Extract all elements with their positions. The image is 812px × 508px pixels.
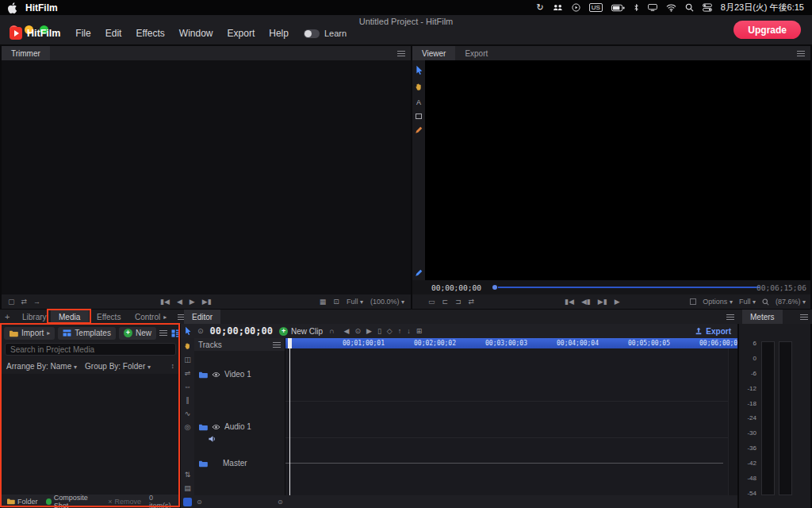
zoom-in-handle[interactable]: ⊙ bbox=[278, 498, 283, 506]
select-tool-icon[interactable] bbox=[415, 65, 423, 75]
tab-editor[interactable]: Editor bbox=[184, 310, 220, 324]
viewer-frame-back-button[interactable]: ◀▮ bbox=[581, 298, 591, 306]
trimmer-menu-icon[interactable] bbox=[397, 51, 405, 56]
templates-button[interactable]: Templates bbox=[58, 327, 116, 340]
folder-icon[interactable] bbox=[198, 371, 208, 379]
overwrite-icon[interactable]: ↓ bbox=[407, 328, 411, 335]
tab-library[interactable]: Library bbox=[14, 310, 51, 324]
mask-tool-icon[interactable] bbox=[416, 114, 422, 119]
slide-tool-icon[interactable]: ⇔ bbox=[184, 383, 191, 391]
rolling-tool-icon[interactable]: ∿ bbox=[185, 410, 191, 418]
folder-icon[interactable] bbox=[198, 460, 208, 468]
tab-meters[interactable]: Meters bbox=[742, 310, 783, 324]
add-panel-icon[interactable]: + bbox=[5, 312, 10, 321]
lift-icon[interactable]: ↑ bbox=[398, 328, 402, 335]
zoom-fit-icon[interactable]: ⇅ bbox=[185, 471, 191, 479]
timeline-ruler[interactable]: 00;01;00;01 00;02;00;02 00;03;00;03 00;0… bbox=[285, 338, 737, 348]
menu-window[interactable]: Window bbox=[172, 25, 220, 41]
editor-select-tool-icon[interactable] bbox=[184, 326, 191, 336]
track-options-icon[interactable]: ▤ bbox=[184, 485, 191, 492]
upgrade-button[interactable]: Upgrade bbox=[733, 21, 801, 39]
trimmer-jump-start-button[interactable]: ▮◀ bbox=[160, 298, 170, 306]
tab-trimmer[interactable]: Trimmer bbox=[2, 46, 50, 60]
trimmer-play-button[interactable]: ▶▮ bbox=[202, 298, 212, 306]
viewer-frame-forward-button[interactable]: ▶▮ bbox=[598, 298, 607, 306]
viewer-jump-start-button[interactable]: ▮◀ bbox=[565, 298, 574, 306]
wifi-icon[interactable] bbox=[666, 3, 676, 12]
viewer-scrub-bar[interactable] bbox=[498, 287, 760, 288]
tab-viewer[interactable]: Viewer bbox=[412, 46, 455, 60]
sort-direction-icon[interactable]: ↕ bbox=[171, 363, 175, 370]
viewer-current-timecode[interactable]: 00;00;00;00 bbox=[431, 283, 481, 292]
remove-button[interactable]: × Remove bbox=[108, 498, 141, 506]
trimmer-display-icon[interactable]: ▢ bbox=[8, 298, 15, 306]
timeline-playhead[interactable] bbox=[289, 338, 290, 495]
input-source-icon[interactable]: US bbox=[589, 3, 603, 12]
select-region-icon[interactable]: ◫ bbox=[184, 356, 191, 364]
history-icon[interactable]: ↻ bbox=[537, 3, 544, 12]
media-list-area[interactable] bbox=[2, 374, 179, 495]
import-button[interactable]: Import ▸ bbox=[4, 327, 55, 340]
eye-icon[interactable] bbox=[212, 424, 220, 430]
trimmer-frame-forward-button[interactable]: ▶ bbox=[190, 298, 195, 306]
audio-track-header[interactable]: Audio 1 bbox=[194, 422, 285, 431]
composite-shot-button[interactable]: Composite Shot bbox=[46, 494, 101, 508]
pen-tool-icon[interactable] bbox=[415, 126, 423, 134]
detail-view-icon[interactable] bbox=[171, 329, 180, 337]
play-circle-icon[interactable] bbox=[572, 3, 580, 12]
trimmer-grid-icon[interactable]: ⊡ bbox=[333, 298, 339, 306]
trimmer-frame-back-button[interactable]: ◀ bbox=[177, 298, 182, 306]
trimmer-zoom-dropdown[interactable]: (100.0%) ▾ bbox=[370, 298, 404, 306]
menu-edit[interactable]: Edit bbox=[98, 25, 129, 41]
insert-icon[interactable]: ⊞ bbox=[416, 328, 423, 335]
hand-tool-icon[interactable] bbox=[184, 342, 191, 350]
editor-export-button[interactable]: Export bbox=[695, 327, 734, 336]
hand-tool-icon[interactable] bbox=[415, 83, 423, 91]
menubar-app-name[interactable]: HitFilm bbox=[25, 2, 58, 13]
learn-toggle[interactable] bbox=[304, 29, 320, 38]
slip-tool-icon[interactable]: ⇌ bbox=[185, 370, 191, 377]
trimmer-send-icon[interactable]: → bbox=[33, 298, 40, 306]
timeline-vertical-scrollbar[interactable] bbox=[728, 348, 737, 495]
menu-effects[interactable]: Effects bbox=[128, 25, 171, 41]
tab-control[interactable]: Control▸ bbox=[127, 310, 176, 324]
viewer-menu-icon[interactable] bbox=[797, 51, 805, 56]
razor-tool-icon[interactable]: ◎ bbox=[185, 424, 191, 431]
mark-in-icon[interactable]: ⊏ bbox=[442, 298, 449, 306]
video-track-header[interactable]: Video 1 bbox=[194, 370, 285, 379]
tab-effects[interactable]: Effects bbox=[89, 310, 127, 324]
media-search-input[interactable] bbox=[5, 343, 176, 356]
editor-group-menu-icon[interactable] bbox=[726, 314, 734, 320]
trimmer-quality-icon[interactable]: ▦ bbox=[320, 298, 327, 306]
go-to-in-icon[interactable]: ⇄ bbox=[469, 298, 475, 306]
zoom-out-handle[interactable]: ⊙ bbox=[197, 498, 202, 506]
prev-edit-icon[interactable]: ◀ bbox=[344, 328, 350, 335]
menu-file[interactable]: File bbox=[68, 25, 98, 41]
timeline-options-icon[interactable] bbox=[183, 498, 192, 506]
mark-out-icon[interactable]: ⊐ bbox=[455, 298, 462, 306]
mark-icon[interactable]: ▯ bbox=[377, 328, 381, 335]
bluetooth-icon[interactable] bbox=[634, 3, 639, 12]
folder-icon[interactable] bbox=[198, 423, 208, 431]
speaker-icon[interactable] bbox=[208, 435, 216, 443]
tracks-menu-icon[interactable] bbox=[273, 342, 281, 348]
next-edit-icon[interactable]: ▶ bbox=[366, 328, 372, 335]
viewer-scale-dropdown[interactable]: Full ▾ bbox=[739, 298, 756, 306]
menu-help[interactable]: Help bbox=[262, 25, 296, 41]
ripple-tool-icon[interactable]: ∥ bbox=[186, 397, 190, 404]
trimmer-scale-dropdown[interactable]: Full ▾ bbox=[347, 298, 363, 306]
viewer-play-button[interactable]: ▶ bbox=[615, 298, 620, 306]
control-center-icon[interactable] bbox=[703, 3, 712, 12]
keyframe-icon[interactable]: ⊙ bbox=[354, 328, 361, 335]
new-folder-button[interactable]: Folder bbox=[6, 498, 38, 506]
tab-viewer-export[interactable]: Export bbox=[455, 46, 497, 60]
display-icon[interactable] bbox=[648, 4, 657, 11]
users-icon[interactable] bbox=[553, 4, 563, 11]
arrange-by-dropdown[interactable]: Arrange By: Name ▾ bbox=[6, 362, 77, 371]
timeline-tracks-area[interactable] bbox=[285, 348, 737, 495]
viewer-playhead-dot[interactable] bbox=[492, 285, 497, 290]
menu-export[interactable]: Export bbox=[220, 25, 262, 41]
editor-timecode[interactable]: 00;00;00;00 bbox=[210, 325, 273, 337]
viewer-overlay-checkbox[interactable] bbox=[690, 298, 696, 305]
new-button[interactable]: + New bbox=[119, 327, 156, 340]
